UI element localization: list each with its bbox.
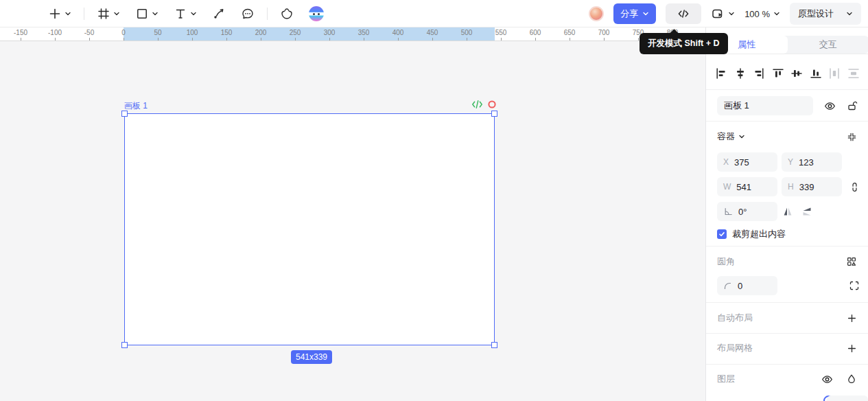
share-button-label: 分享 <box>620 8 638 20</box>
container-section-header: 容器 <box>717 130 858 143</box>
h-field-label: H <box>788 182 794 192</box>
design-mode-dropdown[interactable]: 原型设计 <box>790 3 861 25</box>
connector-tool-button[interactable] <box>208 4 230 23</box>
panel-divider <box>706 246 868 247</box>
zoom-control[interactable]: 100 % <box>744 9 780 19</box>
panel-divider <box>706 89 868 90</box>
chevron-down-icon[interactable] <box>64 10 71 17</box>
ruler-tick-mark <box>638 38 639 41</box>
horizontal-ruler[interactable]: -150-100-5005010015020025030035040045050… <box>0 27 705 41</box>
canvas[interactable]: 画板 1 541x339 <box>0 41 705 401</box>
independent-corners-icon[interactable] <box>845 255 858 268</box>
height-field[interactable]: H 339 <box>782 177 842 196</box>
distribute-horizontal-icon[interactable] <box>826 65 843 82</box>
align-bottom-icon[interactable] <box>808 65 824 82</box>
resize-handle-top-left[interactable] <box>121 111 128 117</box>
ruler-tick-mark <box>295 38 296 41</box>
distribute-vertical-icon[interactable] <box>845 65 862 82</box>
artboard-size-badge: 541x339 <box>291 350 332 364</box>
insert-button[interactable] <box>44 4 75 23</box>
resize-handle-bottom-right[interactable] <box>491 342 497 348</box>
corner-brackets-icon[interactable] <box>849 280 860 291</box>
ruler-tick-mark <box>192 38 193 41</box>
clip-content-checkbox[interactable] <box>717 229 727 239</box>
x-position-field[interactable]: X 375 <box>717 152 777 172</box>
align-center-vertical-icon[interactable] <box>788 65 805 82</box>
dev-mode-button[interactable] <box>666 3 701 24</box>
layer-title: 图层 <box>717 373 735 385</box>
panel-tabs: 属性 交互 <box>706 36 868 54</box>
ai-assistant-button[interactable] <box>305 3 328 24</box>
y-position-field[interactable]: Y 123 <box>782 152 842 172</box>
artboard-corner-icons <box>471 100 497 109</box>
resize-handle-bottom-left[interactable] <box>121 342 128 348</box>
visibility-eye-icon[interactable] <box>824 100 836 112</box>
artboard[interactable] <box>124 113 495 345</box>
comment-tool-button[interactable] <box>237 4 259 23</box>
app-window: 分享 100 % <box>0 0 868 401</box>
ruler-tick-mark <box>89 38 90 41</box>
resize-handle-top-right[interactable] <box>491 111 497 117</box>
layer-visibility-eye-icon[interactable] <box>821 373 833 385</box>
layout-grid-title: 布局网格 <box>717 342 753 354</box>
chevron-down-icon[interactable] <box>846 10 853 17</box>
add-auto-layout-plus-icon[interactable] <box>845 312 858 324</box>
add-layout-grid-plus-icon[interactable] <box>845 342 858 354</box>
width-field[interactable]: W 541 <box>717 177 777 196</box>
ruler-tick-label: 250 <box>290 29 301 36</box>
layer-name-input[interactable]: 画板 1 <box>717 96 813 115</box>
artboard-code-icon[interactable] <box>471 100 483 109</box>
top-toolbar: 分享 100 % <box>0 0 868 27</box>
ruler-selection-highlight <box>124 27 495 41</box>
frame-tool-button[interactable] <box>93 4 124 23</box>
collapse-icon[interactable] <box>845 130 858 143</box>
ruler-tick-label: 100 <box>187 29 198 36</box>
rotation-field[interactable]: 0° <box>717 202 777 221</box>
panel-divider <box>706 121 868 122</box>
align-top-icon[interactable] <box>770 65 786 82</box>
chevron-down-icon[interactable] <box>642 10 649 17</box>
chevron-down-icon[interactable] <box>190 10 197 17</box>
ruler-tick-label: 700 <box>598 29 610 36</box>
radius-field[interactable]: 0 <box>717 276 777 295</box>
flip-horizontal-icon[interactable] <box>782 205 794 218</box>
opacity-field[interactable]: 100% <box>827 396 868 401</box>
unlock-icon[interactable] <box>847 100 858 112</box>
ruler-tick-mark <box>432 38 433 41</box>
share-button[interactable]: 分享 <box>613 3 656 24</box>
container-title-label: 容器 <box>717 130 735 143</box>
ruler-tick-label: 650 <box>564 29 576 36</box>
design-mode-label: 原型设计 <box>798 8 834 20</box>
chevron-down-icon[interactable] <box>728 10 735 17</box>
properties-panel: 属性 交互 <box>705 27 868 401</box>
constrain-proportions-link-icon[interactable] <box>849 181 860 192</box>
layout-grid-section-header: 布局网格 <box>717 342 858 354</box>
toolbar-divider <box>267 8 268 20</box>
ruler-tick-label: -100 <box>48 29 62 36</box>
clip-content-row[interactable]: 裁剪超出内容 <box>717 228 786 240</box>
ruler-tick-mark <box>364 38 364 41</box>
artboard-record-icon[interactable] <box>487 100 497 109</box>
avatar[interactable] <box>589 6 604 21</box>
preview-button[interactable] <box>711 7 735 21</box>
tab-interaction[interactable]: 交互 <box>788 36 868 54</box>
ruler-tick-mark <box>158 38 159 41</box>
container-title[interactable]: 容器 <box>717 130 745 143</box>
align-left-icon[interactable] <box>713 65 729 82</box>
align-center-horizontal-icon[interactable] <box>732 65 749 82</box>
ruler-tick-mark <box>570 38 570 41</box>
shape-tool-button[interactable] <box>131 4 163 23</box>
artboard-name-label[interactable]: 画板 1 <box>124 100 148 112</box>
plugin-button[interactable] <box>276 4 298 23</box>
align-right-icon[interactable] <box>751 65 767 82</box>
ruler-tick-label: -50 <box>84 29 94 36</box>
text-tool-button[interactable] <box>169 4 201 23</box>
check-icon <box>718 231 725 238</box>
chevron-down-icon[interactable] <box>773 10 780 17</box>
chevron-down-icon[interactable] <box>152 10 159 17</box>
panel-divider <box>706 333 868 334</box>
blend-droplet-icon[interactable] <box>845 373 858 385</box>
flip-vertical-icon[interactable] <box>801 205 813 218</box>
layer-section-icons <box>821 373 858 385</box>
chevron-down-icon[interactable] <box>113 10 120 17</box>
